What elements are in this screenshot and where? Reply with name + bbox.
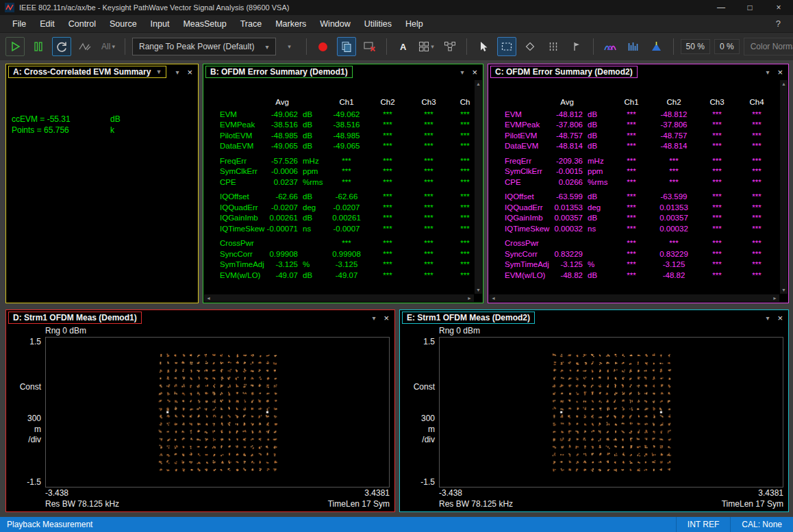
copy-pages-icon [340, 40, 353, 53]
play-button[interactable] [5, 37, 25, 56]
panel-menu-icon[interactable]: ▾ [372, 314, 375, 322]
table-row: SymClkErr-0.0006ppm************ [220, 166, 475, 177]
panel-menu-icon[interactable]: ▾ [175, 68, 179, 76]
table-row: IQTimeSkew-0.00071ns-0.0007********* [220, 224, 475, 235]
menu-item-source[interactable]: Source [103, 15, 144, 33]
panel-close-icon[interactable]: × [383, 313, 389, 323]
help-icon[interactable]: ? [769, 18, 788, 29]
color-dropdown[interactable]: Color Normal [744, 38, 793, 55]
grid-icon [418, 41, 429, 52]
vertical-scrollbar[interactable]: ▲▼ [780, 80, 788, 294]
pointer-tool-button[interactable] [474, 37, 493, 56]
panel-menu-icon[interactable]: ▾ [766, 314, 769, 322]
menu-item-control[interactable]: Control [62, 15, 103, 33]
constellation-plot[interactable] [45, 337, 390, 487]
vertical-scrollbar[interactable]: ▲▼ [475, 80, 482, 294]
panel-menu-icon[interactable]: ▾ [766, 68, 769, 76]
spectrum-lines-button[interactable] [624, 37, 643, 56]
close-button[interactable]: × [764, 0, 793, 15]
maximize-button[interactable]: □ [735, 0, 764, 15]
panel-title-dropdown[interactable]: C: OFDM Error Summary (Demod2) [490, 66, 638, 78]
spectrogram-button[interactable] [601, 37, 620, 56]
panel-title-dropdown[interactable]: B: OFDM Error Summary (Demod1) [205, 66, 353, 78]
flag-icon [571, 41, 582, 52]
constellation-canvas [46, 338, 389, 487]
band-lines-icon [548, 41, 559, 52]
layout-grid-button[interactable]: ▾ [417, 37, 436, 56]
diamond-icon [525, 41, 536, 52]
reference-indicator[interactable]: INT REF [676, 517, 730, 532]
record-button[interactable] [314, 37, 333, 56]
panel-close-icon[interactable]: × [472, 67, 477, 77]
trace-type-label: Const [20, 382, 41, 392]
res-bw-label: Res BW 78.125 kHz [45, 498, 119, 509]
chevron-down-icon: ▼ [155, 68, 162, 75]
panel-close-icon[interactable]: × [777, 67, 783, 77]
statusbar-indicators: INT REF CAL: None [676, 517, 793, 532]
sweep-edit-button[interactable] [75, 37, 95, 56]
panel-close-icon[interactable]: × [777, 313, 783, 323]
constellation-body: Rng 0 dBm 1.5 Const 300 m /div -1.5 [6, 325, 394, 511]
y-max-label: 1.5 [423, 337, 435, 346]
panel-close-icon[interactable]: × [187, 67, 192, 77]
peak-search-button[interactable] [647, 37, 666, 56]
menu-item-file[interactable]: File [5, 15, 33, 33]
color-waves-icon [603, 41, 617, 52]
close-measurement-button[interactable] [360, 37, 379, 56]
panel-menu-icon[interactable]: ▾ [460, 68, 464, 76]
table-row: IQOffset-62.66dB-62.66********* [220, 192, 475, 203]
minimize-button[interactable]: — [707, 0, 735, 15]
statusbar: Playback Measurement INT REF CAL: None [0, 517, 793, 532]
horizontal-scrollbar[interactable]: ◄► [489, 294, 779, 302]
table-row: IQTimeSkew0.00032ns***0.00032****** [505, 224, 780, 235]
panel-title-dropdown[interactable]: D: Strm1 OFDM Meas (Demod1) [8, 312, 142, 324]
menu-item-edit[interactable]: Edit [33, 15, 62, 33]
marker-diamond-button[interactable] [520, 37, 540, 56]
scroll-left-icon[interactable]: ◄ [491, 296, 496, 301]
range-extra-dropdown[interactable]: ▾ [280, 37, 299, 56]
menu-item-trace[interactable]: Trace [234, 15, 269, 33]
menu-item-help[interactable]: Help [399, 15, 430, 33]
band-power-button[interactable] [544, 37, 563, 56]
table-row: EVM(w/LO)-49.07dB-49.07********* [220, 270, 475, 281]
scroll-down-icon[interactable]: ▼ [781, 288, 786, 292]
zoom-select-button[interactable] [497, 37, 516, 56]
panel-title: C: OFDM Error Summary (Demod2) [495, 67, 633, 77]
horizontal-scrollbar[interactable]: ◄► [204, 294, 474, 302]
range-dropdown[interactable]: Range To Peak Power (Default) ▾ [132, 38, 276, 55]
annotation-text-button[interactable]: A [394, 37, 413, 56]
constellation-plot[interactable] [439, 337, 783, 487]
continuous-restart-button[interactable] [52, 37, 71, 56]
scroll-up-icon[interactable]: ▲ [476, 81, 481, 86]
scroll-down-icon[interactable]: ▼ [476, 288, 481, 292]
scroll-right-icon[interactable]: ► [772, 296, 777, 301]
toolbar-separator [306, 38, 307, 55]
table-row: CPE0.0266%rms************ [505, 177, 780, 188]
pause-button[interactable] [29, 37, 48, 56]
menu-item-markers[interactable]: Markers [268, 15, 313, 33]
menu-item-window[interactable]: Window [313, 15, 357, 33]
y-min-label: -1.5 [27, 477, 41, 487]
scroll-right-icon[interactable]: ► [467, 296, 472, 301]
window-controls: — □ × [707, 0, 793, 15]
menu-item-utilities[interactable]: Utilities [357, 15, 399, 33]
scroll-up-icon[interactable]: ▲ [781, 81, 786, 86]
calibration-indicator[interactable]: CAL: None [730, 517, 793, 532]
table-row: SymTimeAdj-3.125%***-3.125****** [505, 259, 780, 270]
scroll-left-icon[interactable]: ◄ [206, 296, 211, 301]
copy-trace-button[interactable] [337, 37, 356, 56]
node-diagram-button[interactable] [440, 37, 460, 56]
menu-item-meassetup[interactable]: MeasSetup [176, 15, 233, 33]
all-dropdown[interactable]: All ▾ [99, 37, 118, 56]
panel-title-dropdown[interactable]: E: Strm1 OFDM Meas (Demod2) [402, 312, 535, 324]
table-row: SymTimeAdj-3.125%-3.125********* [220, 259, 475, 270]
panel-title-dropdown[interactable]: A: Cross-Correlated EVM Summary ▼ [8, 66, 166, 78]
menu-item-input[interactable]: Input [144, 15, 177, 33]
marker-flag-button[interactable] [567, 37, 586, 56]
x-min-label: -3.438 [439, 487, 462, 498]
table-row: IQQuadErr-0.0207deg-0.0207********* [220, 203, 475, 214]
scale-value-label: 300 [27, 414, 41, 423]
ccevm-unit: dB [110, 114, 121, 125]
table-row: PilotEVM-48.757dB***-48.757****** [505, 131, 780, 142]
summary-readout: ccEVM = -55.31 dB Points = 65.756 k [6, 79, 198, 136]
